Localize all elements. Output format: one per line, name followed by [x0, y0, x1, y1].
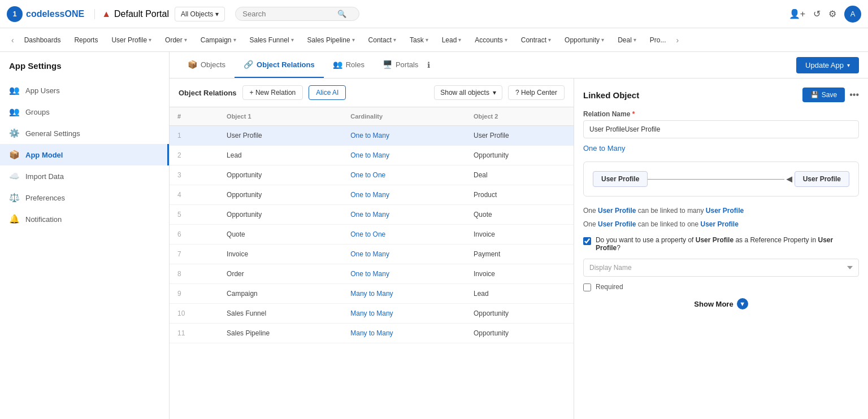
nav-user-profile[interactable]: User Profile ▾ [106, 32, 157, 49]
search-input[interactable] [242, 10, 333, 18]
update-app-button[interactable]: Update App ▾ [796, 57, 859, 73]
save-button[interactable]: 💾 Save [802, 88, 845, 102]
help-center-button[interactable]: ? Help Center [508, 85, 565, 100]
reference-property-checkbox[interactable] [583, 237, 591, 245]
info2-obj1-link[interactable]: User Profile [598, 220, 636, 228]
sidebar-item-app-model[interactable]: 📦 App Model [0, 144, 169, 165]
show-all-objects-dropdown[interactable]: Show all objects ▾ [434, 85, 502, 100]
table-row[interactable]: 10Sales FunnelMany to ManyOpportunity [170, 304, 574, 324]
tab-portals[interactable]: 🖥️ Portals [374, 52, 427, 78]
table-row[interactable]: 1User ProfileOne to ManyUser Profile [170, 126, 574, 146]
col-num: # [170, 107, 219, 126]
more-options-button[interactable]: ••• [849, 90, 859, 100]
row-cardinality[interactable]: One to One [342, 225, 466, 245]
info1-obj2-link[interactable]: User Profile [706, 207, 744, 215]
display-name-select[interactable]: Display Name [583, 259, 859, 277]
nav-sales-pipeline-chevron: ▾ [352, 37, 355, 43]
row-cardinality[interactable]: One to Many [342, 126, 466, 146]
nav-opportunity-label: Opportunity [565, 36, 600, 44]
info2-obj2-link[interactable]: User Profile [701, 220, 739, 228]
sidebar-item-app-users[interactable]: 👥 App Users [0, 80, 169, 101]
new-relation-button[interactable]: + New Relation [242, 85, 303, 100]
row-cardinality[interactable]: One to Many [342, 205, 466, 225]
history-icon[interactable]: ↺ [813, 8, 821, 19]
sidebar-item-groups[interactable]: 👥 Groups [0, 101, 169, 123]
row-cardinality[interactable]: One to One [342, 165, 466, 185]
logo[interactable]: 1 codelessONE [7, 6, 84, 22]
nav-reports[interactable]: Reports [68, 32, 103, 49]
add-user-icon[interactable]: 👤+ [789, 8, 805, 19]
tab-roles[interactable]: 👥 Roles [324, 52, 374, 78]
nav-campaign[interactable]: Campaign ▾ [195, 32, 242, 49]
sidebar-title: App Settings [0, 61, 169, 80]
sidebar-item-app-model-label: App Model [25, 151, 63, 159]
nav-sales-funnel[interactable]: Sales Funnel ▾ [244, 32, 300, 49]
object-relations-toolbar-title: Object Relations [179, 89, 237, 97]
nav-contact[interactable]: Contact ▾ [363, 32, 402, 49]
row-cardinality[interactable]: Many to Many [342, 304, 466, 324]
table-row[interactable]: 7InvoiceOne to ManyPayment [170, 245, 574, 264]
table-row[interactable]: 6QuoteOne to OneInvoice [170, 225, 574, 245]
row-obj1: Campaign [219, 284, 342, 304]
info-line-1: One User Profile can be linked to many U… [583, 206, 859, 216]
nav-campaign-label: Campaign [201, 36, 232, 44]
objects-tab-icon: 📦 [188, 60, 197, 69]
row-obj1: Opportunity [219, 205, 342, 225]
table-row[interactable]: 3OpportunityOne to OneDeal [170, 165, 574, 185]
nav-opportunity[interactable]: Opportunity ▾ [559, 32, 610, 49]
help-center-label: ? Help Center [515, 89, 557, 97]
nav-order[interactable]: Order ▾ [159, 32, 193, 49]
table-row[interactable]: 9CampaignMany to ManyLead [170, 284, 574, 304]
sidebar-item-preferences[interactable]: ⚖️ Preferences [0, 187, 169, 208]
nav-lead[interactable]: Lead ▾ [436, 32, 467, 49]
show-more-button[interactable]: Show More ▼ [583, 298, 859, 309]
row-cardinality[interactable]: One to Many [342, 185, 466, 205]
row-cardinality[interactable]: Many to Many [342, 284, 466, 304]
table-row[interactable]: 5OpportunityOne to ManyQuote [170, 205, 574, 225]
sidebar-item-import-data-label: Import Data [25, 172, 64, 181]
cardinality-link[interactable]: One to Many [583, 144, 859, 152]
nav-contract[interactable]: Contract ▾ [515, 32, 557, 49]
search-bar[interactable]: 🔍 [235, 7, 359, 21]
all-objects-dropdown[interactable]: All Objects ▾ [175, 7, 225, 21]
row-cardinality[interactable]: One to Many [342, 264, 466, 284]
table-section: Object Relations + New Relation Alice AI… [170, 78, 574, 419]
nav-accounts[interactable]: Accounts ▾ [469, 32, 513, 49]
nav-pro[interactable]: Pro... [644, 32, 672, 49]
tab-object-relations[interactable]: 🔗 Object Relations [235, 52, 324, 78]
row-obj2: Product [466, 185, 574, 205]
row-num: 11 [170, 324, 219, 343]
settings-icon[interactable]: ⚙ [828, 8, 836, 19]
sidebar-item-import-data[interactable]: ☁️ Import Data [0, 165, 169, 187]
alice-ai-button[interactable]: Alice AI [309, 85, 346, 100]
table-row[interactable]: 2LeadOne to ManyOpportunity [170, 146, 574, 165]
nav-task[interactable]: Task ▾ [404, 32, 434, 49]
nav-dashboards[interactable]: Dashboards [19, 32, 67, 49]
object-relations-tab-icon: 🔗 [244, 60, 253, 69]
row-cardinality[interactable]: One to Many [342, 146, 466, 165]
info1-obj1-link[interactable]: User Profile [598, 207, 636, 215]
tab-objects[interactable]: 📦 Objects [179, 52, 235, 78]
required-checkbox[interactable] [583, 283, 591, 291]
nav-deal[interactable]: Deal ▾ [612, 32, 642, 49]
nav-accounts-label: Accounts [475, 36, 502, 44]
sidebar-item-notification[interactable]: 🔔 Notification [0, 208, 169, 230]
top-navigation: 1 codelessONE ▲ Default Portal All Objec… [0, 0, 868, 28]
row-obj2: Lead [466, 284, 574, 304]
table-row[interactable]: 11Sales PipelineMany to ManyOpportunity [170, 324, 574, 343]
row-obj1: Order [219, 264, 342, 284]
nav-left-arrow[interactable]: ‹ [9, 33, 16, 47]
relation-name-label: Relation Name * [583, 110, 859, 118]
help-info-icon[interactable]: ℹ [427, 60, 430, 69]
update-app-chevron: ▾ [847, 62, 850, 68]
portal-selector[interactable]: ▲ Default Portal [94, 9, 169, 19]
relation-name-input[interactable]: User ProfileUser Profile [583, 120, 859, 138]
nav-sales-pipeline[interactable]: Sales Pipeline ▾ [302, 32, 361, 49]
user-avatar[interactable]: A [844, 6, 861, 23]
row-cardinality[interactable]: Many to Many [342, 324, 466, 343]
row-cardinality[interactable]: One to Many [342, 245, 466, 264]
sidebar-item-general-settings[interactable]: ⚙️ General Settings [0, 123, 169, 144]
nav-right-arrow[interactable]: › [674, 33, 682, 47]
table-row[interactable]: 8OrderOne to ManyInvoice [170, 264, 574, 284]
table-row[interactable]: 4OpportunityOne to ManyProduct [170, 185, 574, 205]
